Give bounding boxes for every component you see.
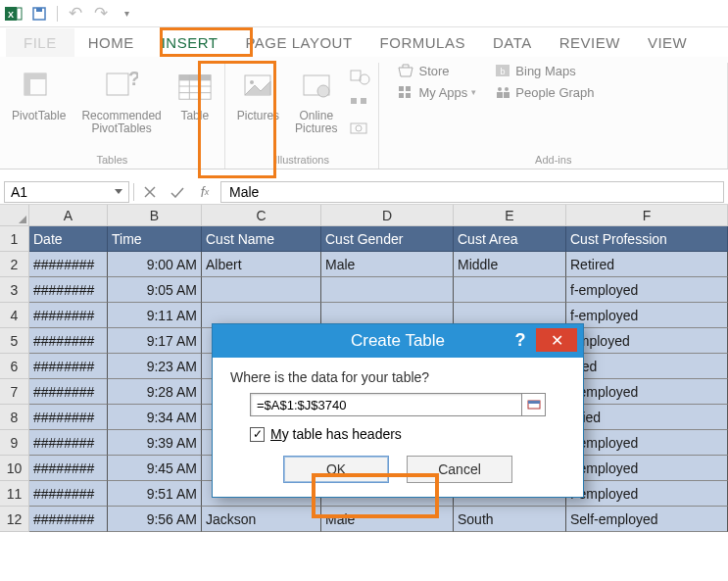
row-header[interactable]: 12 — [0, 507, 29, 532]
data-cell[interactable]: f-employed — [566, 277, 728, 303]
data-cell[interactable]: ######## — [29, 507, 108, 532]
table-range-input[interactable] — [250, 393, 522, 416]
data-cell[interactable]: Albert — [202, 252, 321, 277]
data-cell[interactable]: ######## — [29, 252, 108, 277]
row-header[interactable]: 6 — [0, 354, 29, 379]
save-icon[interactable] — [29, 4, 49, 24]
data-cell[interactable]: 9:56 AM — [108, 507, 202, 532]
pivottable-button[interactable]: PivotTable — [8, 63, 70, 124]
data-cell[interactable]: f-employed — [566, 456, 728, 481]
header-cell[interactable]: Cust Profession — [566, 226, 728, 252]
tab-data[interactable]: DATA — [479, 28, 546, 57]
formula-input[interactable]: Male — [220, 181, 724, 203]
data-cell[interactable]: employed — [566, 328, 728, 354]
row-header[interactable]: 11 — [0, 481, 29, 507]
help-button[interactable]: ? — [509, 330, 532, 351]
row-header[interactable]: 3 — [0, 277, 29, 303]
row-header[interactable]: 9 — [0, 430, 29, 456]
cancel-button[interactable]: Cancel — [407, 456, 512, 483]
data-cell[interactable]: f-employed — [566, 379, 728, 405]
data-cell[interactable]: Male — [321, 507, 454, 532]
qat-customize-icon[interactable]: ▾ — [117, 4, 136, 24]
column-header[interactable]: D — [321, 205, 454, 226]
data-cell[interactable]: tired — [566, 354, 728, 379]
data-cell[interactable] — [202, 277, 321, 303]
recommended-pivottables-button[interactable]: ? Recommended PivotTables — [77, 63, 165, 137]
peoplegraph-button[interactable]: People Graph — [494, 84, 594, 100]
data-cell[interactable]: Self-employed — [566, 507, 728, 532]
row-header[interactable]: 7 — [0, 379, 29, 405]
fx-button[interactable]: fx — [193, 181, 217, 203]
tab-file[interactable]: FILE — [6, 28, 74, 57]
data-cell[interactable]: 9:51 AM — [108, 481, 202, 507]
smartart-icon[interactable] — [349, 94, 370, 116]
header-cell[interactable]: Cust Area — [454, 226, 566, 252]
redo-icon[interactable]: ↷ — [91, 4, 111, 24]
tab-pagelayout[interactable]: PAGE LAYOUT — [231, 28, 365, 57]
data-cell[interactable]: South — [454, 507, 566, 532]
data-cell[interactable]: f-employed — [566, 481, 728, 507]
data-cell[interactable]: ######## — [29, 277, 108, 303]
data-cell[interactable]: ######## — [29, 379, 108, 405]
data-cell[interactable]: Male — [321, 252, 454, 277]
data-cell[interactable]: f-employed — [566, 303, 728, 328]
data-cell[interactable]: 9:17 AM — [108, 328, 202, 354]
name-box[interactable]: A1 — [4, 181, 129, 203]
dialog-titlebar[interactable]: Create Table ? ✕ — [213, 324, 583, 358]
header-cell[interactable]: Time — [108, 226, 202, 252]
data-cell[interactable]: ######## — [29, 456, 108, 481]
row-header[interactable]: 10 — [0, 456, 29, 481]
row-header[interactable]: 4 — [0, 303, 29, 328]
data-cell[interactable] — [321, 277, 454, 303]
data-cell[interactable] — [454, 277, 566, 303]
column-header[interactable]: F — [566, 205, 728, 226]
tab-view[interactable]: VIEW — [634, 28, 701, 57]
row-header[interactable]: 1 — [0, 226, 29, 252]
data-cell[interactable]: 9:00 AM — [108, 252, 202, 277]
header-cell[interactable]: Cust Gender — [321, 226, 454, 252]
data-cell[interactable]: 9:39 AM — [108, 430, 202, 456]
data-cell[interactable]: ######## — [29, 481, 108, 507]
data-cell[interactable]: 9:45 AM — [108, 456, 202, 481]
cancel-formula-button[interactable] — [138, 181, 162, 203]
data-cell[interactable]: f-employed — [566, 430, 728, 456]
header-cell[interactable]: Date — [29, 226, 108, 252]
myapps-button[interactable]: My Apps ▾ — [397, 84, 476, 100]
data-cell[interactable]: ######## — [29, 354, 108, 379]
data-cell[interactable]: ######## — [29, 328, 108, 354]
column-header[interactable]: C — [202, 205, 321, 226]
online-pictures-button[interactable]: Online Pictures — [291, 63, 341, 137]
row-header[interactable]: 2 — [0, 252, 29, 277]
close-button[interactable]: ✕ — [536, 328, 577, 352]
header-cell[interactable]: Cust Name — [202, 226, 321, 252]
row-header[interactable]: 5 — [0, 328, 29, 354]
headers-checkbox-label[interactable]: MMy table has headersy table has headers — [270, 426, 402, 442]
tab-formulas[interactable]: FORMULAS — [366, 28, 479, 57]
table-button[interactable]: Table — [173, 63, 217, 124]
bingmaps-button[interactable]: bBing Maps — [494, 63, 594, 78]
data-cell[interactable]: Retired — [566, 252, 728, 277]
ok-button[interactable]: OK — [283, 456, 389, 483]
column-header[interactable]: B — [108, 205, 202, 226]
data-cell[interactable]: ######## — [29, 303, 108, 328]
data-cell[interactable]: 9:34 AM — [108, 405, 202, 430]
data-cell[interactable]: 9:23 AM — [108, 354, 202, 379]
enter-formula-button[interactable] — [166, 181, 189, 203]
store-button[interactable]: Store — [397, 63, 476, 78]
data-cell[interactable]: 9:11 AM — [108, 303, 202, 328]
tab-insert[interactable]: INSERT — [148, 28, 232, 57]
pictures-button[interactable]: Pictures — [233, 63, 283, 124]
data-cell[interactable]: 9:28 AM — [108, 379, 202, 405]
tab-home[interactable]: HOME — [74, 28, 148, 57]
select-all-corner[interactable] — [0, 205, 29, 226]
headers-checkbox[interactable]: ✓ — [250, 427, 265, 442]
data-cell[interactable]: Jackson — [202, 507, 321, 532]
column-header[interactable]: E — [454, 205, 566, 226]
row-header[interactable]: 8 — [0, 405, 29, 430]
data-cell[interactable]: 9:05 AM — [108, 277, 202, 303]
data-cell[interactable]: Middle — [454, 252, 566, 277]
data-cell[interactable]: ######## — [29, 405, 108, 430]
screenshot-icon[interactable] — [349, 120, 370, 141]
data-cell[interactable]: ######## — [29, 430, 108, 456]
undo-icon[interactable]: ↶ — [66, 4, 85, 24]
